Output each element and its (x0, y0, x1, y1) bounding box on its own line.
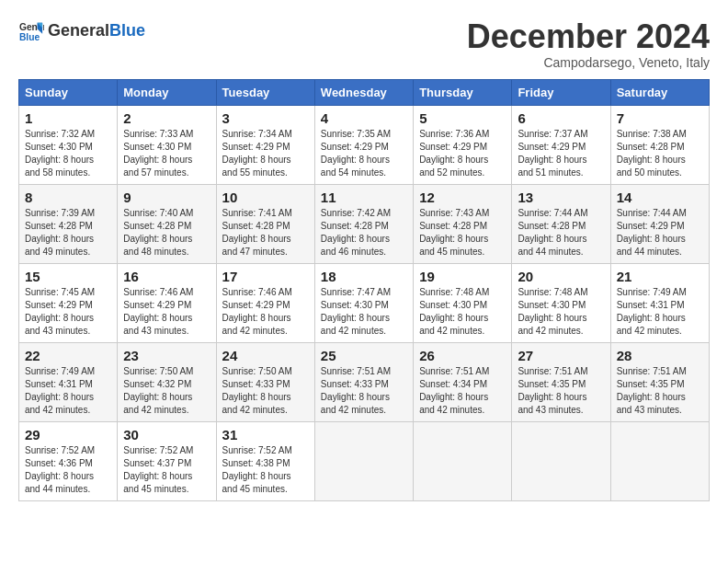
day-detail: Sunrise: 7:43 AMSunset: 4:28 PMDaylight:… (419, 207, 506, 259)
day-detail: Sunrise: 7:51 AMSunset: 4:35 PMDaylight:… (617, 365, 703, 417)
day-number: 29 (25, 427, 111, 442)
calendar-day-cell: 12Sunrise: 7:43 AMSunset: 4:28 PMDayligh… (414, 184, 512, 263)
day-number: 14 (617, 190, 703, 205)
day-detail: Sunrise: 7:52 AMSunset: 4:37 PMDaylight:… (123, 444, 210, 496)
calendar-day-cell: 20Sunrise: 7:48 AMSunset: 4:30 PMDayligh… (512, 263, 610, 342)
day-detail: Sunrise: 7:36 AMSunset: 4:29 PMDaylight:… (419, 128, 506, 179)
day-number: 8 (25, 190, 111, 205)
day-detail: Sunrise: 7:42 AMSunset: 4:28 PMDaylight:… (321, 207, 407, 259)
day-number: 10 (222, 190, 309, 205)
day-number: 24 (222, 348, 309, 363)
day-number: 28 (617, 348, 703, 363)
calendar-day-cell: 9Sunrise: 7:40 AMSunset: 4:28 PMDaylight… (118, 184, 216, 263)
page-header: General Blue GeneralBlue December 2024 C… (18, 18, 710, 70)
logo: General Blue GeneralBlue (18, 18, 145, 44)
day-number: 6 (518, 110, 604, 126)
weekday-header-row: SundayMondayTuesdayWednesdayThursdayFrid… (19, 79, 710, 105)
day-number: 11 (321, 190, 407, 205)
day-detail: Sunrise: 7:46 AMSunset: 4:29 PMDaylight:… (123, 286, 210, 338)
day-detail: Sunrise: 7:45 AMSunset: 4:29 PMDaylight:… (25, 286, 111, 338)
calendar-day-cell (314, 421, 413, 500)
weekday-header-cell: Sunday (19, 79, 118, 105)
day-detail: Sunrise: 7:52 AMSunset: 4:38 PMDaylight:… (222, 444, 309, 496)
calendar-day-cell: 28Sunrise: 7:51 AMSunset: 4:35 PMDayligh… (610, 342, 709, 421)
day-number: 27 (518, 348, 604, 363)
day-number: 5 (419, 110, 506, 126)
day-number: 30 (123, 427, 210, 442)
calendar-day-cell: 8Sunrise: 7:39 AMSunset: 4:28 PMDaylight… (19, 184, 118, 263)
day-detail: Sunrise: 7:34 AMSunset: 4:29 PMDaylight:… (222, 128, 309, 179)
day-detail: Sunrise: 7:51 AMSunset: 4:33 PMDaylight:… (321, 365, 407, 417)
day-number: 15 (25, 269, 111, 284)
calendar-week-row: 8Sunrise: 7:39 AMSunset: 4:28 PMDaylight… (19, 184, 710, 263)
day-number: 25 (321, 348, 407, 363)
title-block: December 2024 Campodarsego, Veneto, Ital… (467, 18, 710, 70)
calendar-body: 1Sunrise: 7:32 AMSunset: 4:30 PMDaylight… (19, 105, 710, 500)
calendar-day-cell: 14Sunrise: 7:44 AMSunset: 4:29 PMDayligh… (610, 184, 709, 263)
day-detail: Sunrise: 7:48 AMSunset: 4:30 PMDaylight:… (518, 286, 604, 338)
calendar-week-row: 15Sunrise: 7:45 AMSunset: 4:29 PMDayligh… (19, 263, 710, 342)
calendar-week-row: 22Sunrise: 7:49 AMSunset: 4:31 PMDayligh… (19, 342, 710, 421)
calendar-week-row: 1Sunrise: 7:32 AMSunset: 4:30 PMDaylight… (19, 105, 710, 184)
calendar-day-cell: 1Sunrise: 7:32 AMSunset: 4:30 PMDaylight… (19, 105, 118, 184)
calendar-day-cell: 13Sunrise: 7:44 AMSunset: 4:28 PMDayligh… (512, 184, 610, 263)
weekday-header-cell: Wednesday (314, 79, 413, 105)
calendar-day-cell: 25Sunrise: 7:51 AMSunset: 4:33 PMDayligh… (314, 342, 413, 421)
day-detail: Sunrise: 7:41 AMSunset: 4:28 PMDaylight:… (222, 207, 309, 259)
weekday-header-cell: Tuesday (216, 79, 314, 105)
weekday-header-cell: Thursday (414, 79, 512, 105)
month-title: December 2024 (467, 18, 710, 55)
calendar-day-cell (512, 421, 610, 500)
calendar-day-cell: 21Sunrise: 7:49 AMSunset: 4:31 PMDayligh… (610, 263, 709, 342)
calendar-day-cell: 5Sunrise: 7:36 AMSunset: 4:29 PMDaylight… (414, 105, 512, 184)
day-detail: Sunrise: 7:37 AMSunset: 4:29 PMDaylight:… (518, 128, 604, 179)
calendar-day-cell: 17Sunrise: 7:46 AMSunset: 4:29 PMDayligh… (216, 263, 314, 342)
location-subtitle: Campodarsego, Veneto, Italy (467, 55, 710, 70)
day-detail: Sunrise: 7:32 AMSunset: 4:30 PMDaylight:… (25, 128, 111, 179)
day-detail: Sunrise: 7:50 AMSunset: 4:32 PMDaylight:… (123, 365, 210, 417)
calendar-day-cell: 11Sunrise: 7:42 AMSunset: 4:28 PMDayligh… (314, 184, 413, 263)
day-detail: Sunrise: 7:52 AMSunset: 4:36 PMDaylight:… (25, 444, 111, 496)
calendar-day-cell (610, 421, 709, 500)
calendar-day-cell: 10Sunrise: 7:41 AMSunset: 4:28 PMDayligh… (216, 184, 314, 263)
calendar-day-cell: 23Sunrise: 7:50 AMSunset: 4:32 PMDayligh… (118, 342, 216, 421)
day-detail: Sunrise: 7:44 AMSunset: 4:29 PMDaylight:… (617, 207, 703, 259)
day-detail: Sunrise: 7:38 AMSunset: 4:28 PMDaylight:… (617, 128, 703, 179)
calendar-day-cell (414, 421, 512, 500)
calendar-day-cell: 26Sunrise: 7:51 AMSunset: 4:34 PMDayligh… (414, 342, 512, 421)
day-number: 7 (617, 110, 703, 126)
day-number: 20 (518, 269, 604, 284)
day-detail: Sunrise: 7:49 AMSunset: 4:31 PMDaylight:… (25, 365, 111, 417)
weekday-header-cell: Friday (512, 79, 610, 105)
weekday-header-cell: Monday (118, 79, 216, 105)
logo-icon: General Blue (18, 18, 44, 44)
day-number: 12 (419, 190, 506, 205)
day-detail: Sunrise: 7:49 AMSunset: 4:31 PMDaylight:… (617, 286, 703, 338)
day-detail: Sunrise: 7:39 AMSunset: 4:28 PMDaylight:… (25, 207, 111, 259)
calendar-day-cell: 15Sunrise: 7:45 AMSunset: 4:29 PMDayligh… (19, 263, 118, 342)
weekday-header-cell: Saturday (610, 79, 709, 105)
day-number: 21 (617, 269, 703, 284)
day-number: 31 (222, 427, 309, 442)
calendar-day-cell: 31Sunrise: 7:52 AMSunset: 4:38 PMDayligh… (216, 421, 314, 500)
logo-text: GeneralBlue (48, 22, 145, 40)
day-number: 2 (123, 110, 210, 126)
day-detail: Sunrise: 7:44 AMSunset: 4:28 PMDaylight:… (518, 207, 604, 259)
day-number: 3 (222, 110, 309, 126)
calendar-day-cell: 18Sunrise: 7:47 AMSunset: 4:30 PMDayligh… (314, 263, 413, 342)
day-detail: Sunrise: 7:47 AMSunset: 4:30 PMDaylight:… (321, 286, 407, 338)
calendar-day-cell: 29Sunrise: 7:52 AMSunset: 4:36 PMDayligh… (19, 421, 118, 500)
day-number: 4 (321, 110, 407, 126)
calendar-day-cell: 4Sunrise: 7:35 AMSunset: 4:29 PMDaylight… (314, 105, 413, 184)
calendar-day-cell: 27Sunrise: 7:51 AMSunset: 4:35 PMDayligh… (512, 342, 610, 421)
day-detail: Sunrise: 7:51 AMSunset: 4:35 PMDaylight:… (518, 365, 604, 417)
day-detail: Sunrise: 7:50 AMSunset: 4:33 PMDaylight:… (222, 365, 309, 417)
calendar-day-cell: 24Sunrise: 7:50 AMSunset: 4:33 PMDayligh… (216, 342, 314, 421)
day-detail: Sunrise: 7:48 AMSunset: 4:30 PMDaylight:… (419, 286, 506, 338)
day-detail: Sunrise: 7:51 AMSunset: 4:34 PMDaylight:… (419, 365, 506, 417)
svg-text:Blue: Blue (19, 32, 40, 42)
calendar-table: SundayMondayTuesdayWednesdayThursdayFrid… (18, 79, 710, 501)
day-number: 17 (222, 269, 309, 284)
calendar-week-row: 29Sunrise: 7:52 AMSunset: 4:36 PMDayligh… (19, 421, 710, 500)
day-number: 1 (25, 110, 111, 126)
